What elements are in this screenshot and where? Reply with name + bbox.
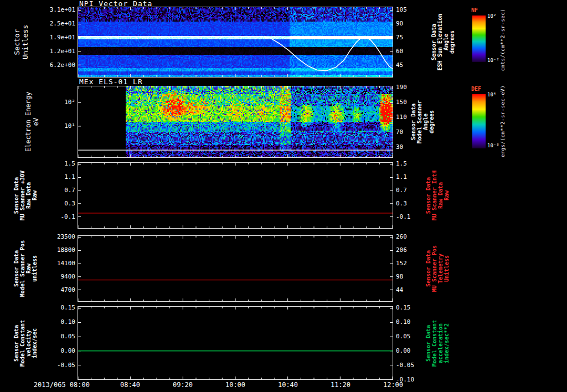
y-axis-tick-label: 45	[396, 62, 436, 69]
y-axis-tick-label: 18800	[31, 247, 75, 254]
y-axis-tick-label: 23500	[31, 234, 75, 240]
axis-label-line: Sensor Data	[431, 14, 437, 70]
y-axis-tick-label: 1.2e+01	[31, 48, 75, 55]
y-axis-tick-label: 2.5e+01	[31, 20, 75, 27]
axis-label-line: Telemetry	[437, 245, 444, 292]
y-axis-tick-label: 90	[396, 20, 436, 27]
def-colorbar-title: DEF	[471, 86, 481, 92]
y-axis-tick-label: 0.05	[31, 333, 75, 340]
y-axis-tick-label: 9400	[31, 274, 75, 280]
axis-label-line: velocity	[25, 319, 32, 366]
panel-els-spectrogram	[78, 86, 393, 158]
y-axis-tick-label: 0.3	[31, 200, 75, 207]
axis-label-line: Sensor Data	[13, 171, 19, 220]
y-axis-tick-label: -0.1	[31, 214, 75, 220]
overlay-line	[78, 37, 393, 71]
def-colorbar-max-tick: 10⁴	[487, 92, 496, 97]
axis-label-line: Sensor Data	[410, 100, 416, 143]
y-axis-tick-label: 30	[396, 144, 436, 151]
y-axis-tick-label: -0.05	[31, 362, 75, 369]
y-axis-tick-label: 4700	[31, 287, 75, 293]
cdaweb-multi-panel-plot: NPI Vector Data MEx ELS-01 LR NF 10² 10⁻…	[0, 0, 567, 392]
x-axis-tick-label: 11:20	[324, 381, 357, 389]
y-axis-tick-label: 0.00	[31, 348, 75, 354]
y-axis-tick-label: 0.15	[396, 305, 436, 311]
y-axis-tick-label: 3.1e+01	[31, 7, 75, 13]
axis-label-line: Angle	[422, 100, 429, 143]
tick-marks	[78, 7, 393, 77]
axis-label-line: Unitless	[21, 25, 29, 60]
x-axis-tick-label: 09:20	[166, 381, 199, 389]
y-axis-tick-label: 60	[396, 48, 436, 55]
panel-overlay	[78, 163, 393, 228]
axis-label-line: Raw	[444, 171, 450, 220]
nf-colorbar-max-tick: 10²	[487, 13, 496, 19]
panel-overlay	[78, 307, 393, 379]
nf-colorbar	[472, 16, 486, 62]
y-axis-left-label: Sensor DataModel Scanner PosRawunitless	[13, 240, 38, 297]
y-axis-tick-label: 6.2e+00	[31, 62, 75, 69]
y-axis-right-label: Sensor DataMU Scanner PosTelemetryUnitle…	[425, 245, 450, 292]
x-axis-tick-label: 10:40	[271, 381, 305, 389]
tick-marks	[78, 307, 393, 379]
axis-label-line: MU Scanner +30V	[19, 171, 25, 220]
axis-label-line: Angle	[443, 14, 449, 70]
y-axis-tick-label: 1.5	[31, 161, 75, 167]
axis-label-line: Electron Energy	[24, 92, 32, 152]
axis-label-line: Sensor Data	[13, 240, 19, 297]
def-colorbar-units: ergs/(cm**2-sr-sec-eV)	[500, 85, 506, 157]
axis-label-line: Unitless	[444, 245, 450, 292]
axis-label-line: ESH Sun Elevation	[437, 14, 443, 70]
axis-label-line: MU Scanner IntH	[431, 171, 437, 220]
axis-label-line: Model Constant	[431, 319, 437, 366]
axis-label-line: degrees	[429, 100, 435, 143]
tick-marks	[78, 86, 393, 157]
nf-colorbar-title: NF	[471, 7, 478, 13]
axis-label-line: Raw Data	[25, 171, 32, 220]
panel-model-scanner-pos	[78, 235, 393, 302]
axis-label-line: Sensor Data	[425, 319, 431, 366]
nf-colorbar-min-tick: 10⁻²	[487, 58, 499, 63]
panel-model-constant-velocity	[78, 306, 393, 380]
def-colorbar-min-tick: 10⁻⁸	[487, 143, 499, 148]
y-axis-tick-label: 260	[396, 234, 436, 240]
panel-npi-spectrogram	[78, 7, 393, 78]
y-axis-tick-label: 75	[396, 34, 436, 41]
y-axis-right-label: Sensor DataModel Constantaccelerationind…	[425, 319, 450, 366]
y-axis-tick-label: 1.1	[31, 174, 75, 180]
y-axis-tick-label: 14100	[31, 260, 75, 267]
y-axis-left-label: SectorUnitless	[13, 25, 29, 60]
y-axis-left-label: Sensor DataModel Constantvelocityindex/s…	[13, 319, 38, 366]
axis-label-line: Model Scanner Pos	[19, 240, 25, 297]
panel-overlay	[78, 7, 393, 77]
axis-label-line: Raw	[25, 240, 32, 297]
y-axis-tick-label: 190	[396, 84, 436, 91]
y-axis-tick-label: 105	[396, 7, 436, 13]
y-axis-left-label: Sensor DataMU Scanner +30VRaw DataRaw	[13, 171, 38, 220]
tick-marks	[78, 236, 393, 301]
axis-label-line: eV	[32, 92, 40, 152]
y-axis-tick-label: 1.5	[396, 161, 436, 167]
axis-label-line: Model Scanner	[416, 100, 422, 143]
els-panel-title: MEx ELS-01 LR	[79, 78, 143, 85]
axis-label-line: Sensor Data	[425, 245, 431, 292]
axis-label-line: index/sec**2	[444, 319, 450, 366]
axis-label-line: MU Scanner Pos	[431, 245, 437, 292]
panel-overlay	[78, 236, 393, 301]
y-axis-tick-label: 0.10	[31, 319, 75, 326]
y-axis-right-label: Sensor DataModel ScannerAngledegrees	[410, 100, 435, 143]
axis-label-line: Raw Data	[437, 171, 444, 220]
x-axis-tick-label: 12:00	[377, 381, 410, 389]
x-axis-tick-label: 10:00	[219, 381, 252, 389]
tick-marks	[78, 163, 393, 228]
axis-label-line: degrees	[449, 14, 455, 70]
axis-label-line: Sector	[13, 25, 21, 60]
y-axis-right-label: Sensor DataMU Scanner IntHRaw DataRaw	[425, 171, 450, 220]
axis-label-line: Raw	[32, 171, 38, 220]
y-axis-tick-label: 0.15	[31, 305, 75, 311]
y-axis-right-label: Sensor DataESH Sun ElevationAngledegrees	[431, 14, 455, 70]
y-axis-left-label: Electron EnergyeV	[24, 92, 40, 152]
panel-overlay	[78, 86, 393, 157]
y-axis-tick-label: 1.9e+01	[31, 34, 75, 41]
x-axis-first-label: 2013/065 08:00	[11, 381, 90, 389]
